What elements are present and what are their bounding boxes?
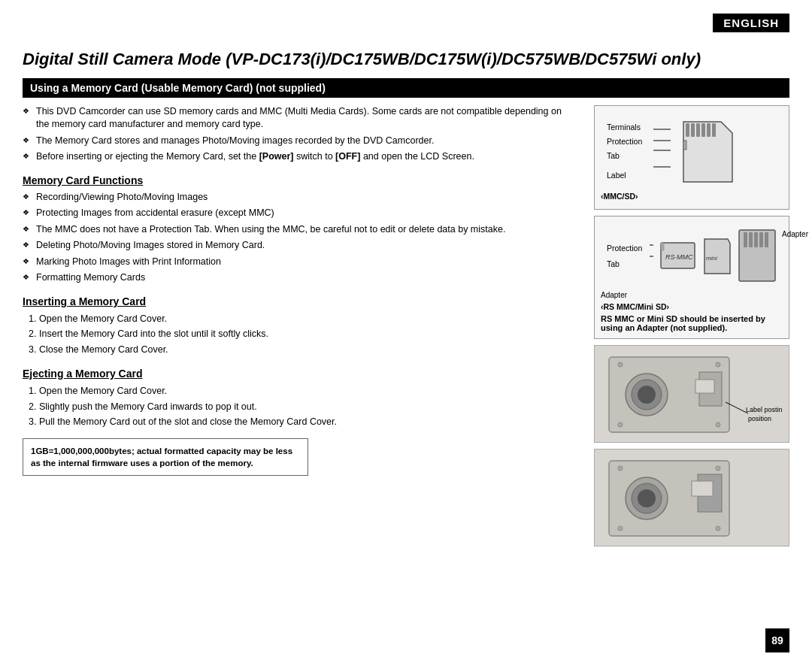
svg-rect-7	[696, 123, 700, 137]
svg-rect-20	[744, 232, 747, 247]
svg-point-47	[716, 526, 720, 531]
svg-rect-8	[701, 123, 705, 137]
function-item-5: Marking Photo Images with Print Informat…	[23, 256, 571, 269]
functions-list: Recording/Viewing Photo/Moving Images Pr…	[23, 191, 571, 285]
ejecting-title: Ejecting a Memory Card	[23, 368, 571, 380]
svg-point-44	[618, 466, 623, 471]
intro-bullet-3: Before inserting or ejecting the Memory …	[23, 150, 571, 164]
sd-card-svg	[680, 118, 736, 186]
svg-rect-16	[661, 243, 664, 250]
rs-mmc-note: RS MMC or Mini SD should be inserted by …	[601, 314, 783, 332]
insertion-svg-2	[601, 450, 782, 546]
inserting-step-1: Open the Memory Card Cover.	[39, 312, 571, 326]
rs-tab-label: Tab	[607, 256, 642, 272]
inserting-title: Inserting a Memory Card	[23, 295, 571, 307]
svg-rect-30	[695, 380, 714, 393]
mmc-sd-labels: Terminals Protection Tab Label	[607, 120, 642, 183]
svg-point-28	[638, 386, 656, 404]
rs-arrows-svg	[648, 238, 653, 275]
label-label: Label	[607, 168, 642, 183]
right-column: Terminals Protection Tab Label	[594, 105, 789, 552]
mmc-sd-diagram-box: Terminals Protection Tab Label	[594, 105, 789, 210]
rs-mmc-diagram-box: Protection Tab RS·MMC	[594, 216, 789, 339]
rs-protection-label: Protection	[607, 241, 642, 256]
intro-bullet-list: This DVD Camcorder can use SD memory car…	[23, 105, 571, 164]
protection-label: Protection	[607, 135, 642, 149]
section-header: Using a Memory Card (Usable Memory Card)…	[23, 78, 789, 98]
rs-mmc-label: ‹RS MMC/Mini SD›	[601, 302, 783, 311]
inserting-list: Open the Memory Card Cover. Insert the M…	[23, 312, 571, 357]
svg-text:position: position	[748, 415, 771, 422]
function-item-3: The MMC does not have a Protection Tab. …	[23, 223, 571, 237]
svg-rect-24	[765, 232, 768, 247]
ejecting-step-3: Pull the Memory Card out of the slot and…	[39, 415, 571, 429]
rs-mmc-labels: Protection Tab	[607, 241, 642, 272]
memory-card-functions-title: Memory Card Functions	[23, 174, 571, 186]
svg-rect-11	[683, 141, 686, 150]
tab-label: Tab	[607, 149, 642, 163]
rs-mmc-diagram: Protection Tab RS·MMC	[601, 223, 783, 291]
note-text: 1GB=1,000,000,000bytes; actual formatted…	[31, 445, 300, 469]
ejecting-step-1: Open the Memory Card Cover.	[39, 384, 571, 398]
content-area: This DVD Camcorder can use SD memory car…	[23, 105, 789, 552]
mmc-arrows-svg	[650, 122, 672, 182]
svg-point-45	[716, 466, 720, 471]
adapter-svg	[738, 229, 777, 283]
intro-bullet-2: The Memory Card stores and manages Photo…	[23, 135, 571, 148]
svg-point-31	[618, 362, 623, 367]
adapter-label-2: Adapter	[601, 291, 627, 299]
function-item-4: Deleting Photo/Moving Images stored in M…	[23, 239, 571, 253]
insertion-diagram-1: Label posting position	[594, 345, 789, 443]
function-item-2: Protecting Images from accidental erasur…	[23, 207, 571, 220]
note-box: 1GB=1,000,000,000bytes; actual formatted…	[23, 438, 308, 476]
left-column: This DVD Camcorder can use SD memory car…	[23, 105, 579, 552]
main-title: Digital Still Camera Mode (VP-DC173(i)/D…	[23, 49, 789, 71]
adapter-label-1: Adapter	[782, 230, 808, 238]
rs-mmc-card-svg: RS·MMC	[659, 241, 697, 271]
insertion-svg-1: Label posting position	[601, 346, 782, 442]
page-number: 89	[765, 628, 789, 652]
function-item-6: Formatting Memory Cards	[23, 271, 571, 285]
svg-rect-10	[712, 123, 716, 137]
terminals-label: Terminals	[607, 120, 642, 135]
svg-rect-5	[686, 123, 689, 137]
inserting-step-3: Close the Memory Card Cover.	[39, 343, 571, 357]
mini-sd-card-svg: mini	[703, 238, 732, 275]
rs-mmc-note-bold: RS MMC or Mini SD should be inserted by …	[601, 314, 765, 332]
svg-rect-43	[692, 481, 713, 496]
svg-point-46	[618, 526, 623, 531]
function-item-1: Recording/Viewing Photo/Moving Images	[23, 191, 571, 204]
svg-point-41	[638, 489, 656, 507]
mmc-sd-diagram: Terminals Protection Tab Label	[601, 112, 783, 192]
ejecting-step-2: Slightly push the Memory Card inwards to…	[39, 400, 571, 414]
svg-rect-9	[707, 123, 710, 137]
svg-rect-21	[749, 232, 753, 247]
svg-point-33	[618, 422, 623, 427]
ejecting-list: Open the Memory Card Cover. Slightly pus…	[23, 384, 571, 429]
insertion-diagram-2	[594, 449, 789, 546]
svg-rect-23	[759, 232, 763, 247]
page-container: ENGLISH Digital Still Camera Mode (VP-DC…	[0, 0, 812, 666]
svg-rect-6	[691, 123, 695, 137]
svg-point-32	[716, 362, 720, 367]
inserting-step-2: Insert the Memory Card into the slot unt…	[39, 327, 571, 341]
svg-text:Label posting: Label posting	[746, 406, 782, 413]
mmc-sd-label: ‹MMC/SD›	[601, 192, 783, 201]
svg-point-34	[716, 422, 720, 427]
svg-text:mini: mini	[706, 255, 717, 262]
svg-rect-22	[754, 232, 758, 247]
svg-text:RS·MMC: RS·MMC	[665, 253, 693, 261]
language-badge: ENGLISH	[713, 14, 789, 32]
intro-bullet-1: This DVD Camcorder can use SD memory car…	[23, 105, 571, 132]
